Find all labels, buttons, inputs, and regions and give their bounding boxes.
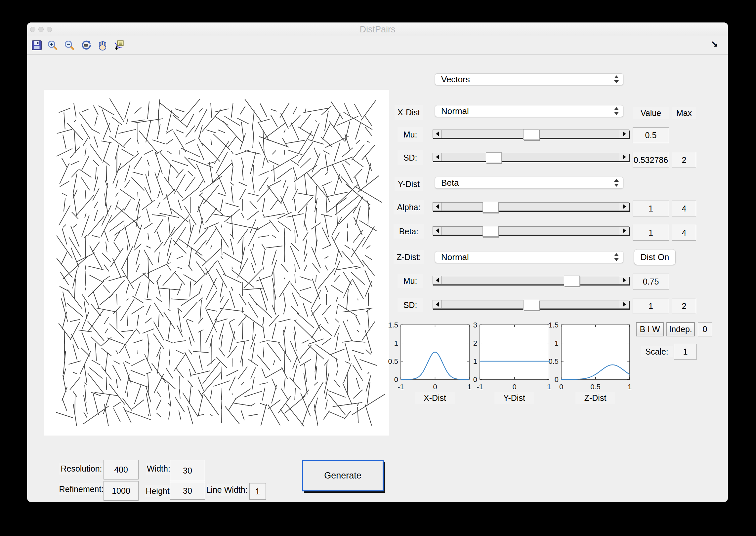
indep-button[interactable]: Indep. — [666, 322, 695, 336]
z-dist-plot-axis-label: Z-Dist — [575, 392, 615, 404]
svg-text:0: 0 — [559, 383, 563, 391]
scale-label: Scale: — [641, 346, 673, 357]
data-cursor-icon[interactable] — [113, 40, 125, 51]
scale-value-field[interactable] — [674, 344, 697, 360]
bw-toggle-button[interactable]: B I W — [636, 322, 664, 336]
y-dist-label: Y-Dist — [395, 177, 423, 191]
x-mu-slider[interactable] — [433, 130, 629, 138]
beta-slider[interactable] — [433, 226, 629, 235]
alpha-slider[interactable] — [433, 202, 629, 211]
line-width-label: Line Width: — [207, 484, 247, 496]
svg-text:3: 3 — [473, 322, 477, 329]
svg-text:-1: -1 — [477, 383, 483, 391]
slider-left-arrow-icon[interactable] — [433, 300, 442, 308]
screen: DistPairs — [0, 0, 756, 536]
svg-text:1.5: 1.5 — [388, 322, 398, 329]
slider-right-arrow-icon[interactable] — [620, 130, 629, 138]
plot-type-dropdown[interactable]: Vectors — [435, 73, 623, 85]
slider-left-arrow-icon[interactable] — [433, 153, 442, 161]
x-dist-plot-axis-label: X-Dist — [415, 392, 455, 404]
y-dist-value: Beta — [441, 178, 459, 188]
indep-value-field[interactable] — [698, 322, 712, 336]
alpha-label: Alpha: — [394, 200, 424, 214]
x-sd-value-field[interactable] — [633, 152, 669, 168]
svg-text:0.5: 0.5 — [388, 357, 398, 365]
slider-right-arrow-icon[interactable] — [620, 227, 629, 235]
slider-left-arrow-icon[interactable] — [433, 276, 442, 284]
beta-label: Beta: — [394, 224, 424, 239]
svg-text:0: 0 — [473, 375, 477, 384]
slider-left-arrow-icon[interactable] — [433, 130, 442, 138]
svg-text:-1: -1 — [398, 383, 404, 391]
x-sd-max-field[interactable] — [672, 152, 696, 168]
z-mu-slider[interactable] — [433, 276, 629, 285]
pan-hand-icon[interactable] — [97, 40, 108, 51]
alpha-slider-thumb[interactable] — [483, 202, 498, 212]
alpha-max-field[interactable] — [672, 201, 696, 216]
svg-text:0: 0 — [555, 375, 559, 384]
height-field[interactable] — [170, 482, 205, 500]
svg-text:0.5: 0.5 — [590, 383, 601, 391]
resolution-field[interactable] — [104, 460, 139, 479]
z-dist-value: Normal — [441, 252, 469, 262]
svg-text:2: 2 — [473, 339, 477, 347]
slider-left-arrow-icon[interactable] — [433, 203, 442, 211]
z-sd-value-field[interactable] — [633, 298, 669, 314]
x-mu-value-field[interactable] — [633, 127, 669, 143]
value-column-header: Value — [633, 107, 669, 119]
z-mu-value-field[interactable] — [633, 274, 669, 289]
z-mu-slider-thumb[interactable] — [564, 276, 580, 286]
svg-text:0.5: 0.5 — [548, 357, 559, 365]
line-width-field[interactable] — [249, 483, 266, 500]
chevron-updown-icon — [614, 178, 619, 187]
z-sd-slider[interactable] — [433, 300, 629, 309]
y-dist-dropdown[interactable]: Beta — [435, 177, 623, 189]
svg-text:1: 1 — [555, 339, 559, 347]
y-dist-plot-axis-label: Y-Dist — [494, 392, 534, 404]
slider-left-arrow-icon[interactable] — [433, 227, 442, 235]
z-mu-label: Mu: — [398, 274, 423, 288]
refinement-field[interactable] — [104, 481, 139, 501]
beta-max-field[interactable] — [672, 225, 696, 241]
svg-text:0: 0 — [512, 383, 516, 391]
x-dist-value: Normal — [441, 106, 469, 116]
x-mu-slider-thumb[interactable] — [523, 129, 539, 140]
z-dist-dropdown[interactable]: Normal — [435, 251, 623, 263]
x-dist-label: X-Dist — [395, 105, 423, 120]
zoom-out-icon[interactable] — [64, 40, 75, 51]
generate-button[interactable]: Generate — [302, 460, 384, 491]
slider-right-arrow-icon[interactable] — [620, 276, 629, 284]
z-dist-label: Z-Dist: — [394, 250, 424, 264]
slider-right-arrow-icon[interactable] — [620, 300, 629, 308]
width-field[interactable] — [170, 460, 205, 481]
height-label: Height: — [145, 485, 172, 497]
rotate-3d-icon[interactable] — [80, 40, 92, 51]
save-icon[interactable] — [31, 40, 42, 51]
x-dist-mini-plot: -10100.511.5 — [386, 322, 476, 395]
app-window: DistPairs — [27, 22, 728, 502]
dist-on-button[interactable]: Dist On — [634, 249, 676, 265]
zoom-in-icon[interactable] — [47, 40, 58, 51]
figure-toolbar: ↘ — [27, 36, 728, 55]
x-dist-dropdown[interactable]: Normal — [435, 105, 623, 117]
svg-text:1: 1 — [473, 357, 477, 365]
beta-value-field[interactable] — [633, 225, 669, 241]
chevron-updown-icon — [614, 253, 619, 261]
refinement-label: Refinement: — [59, 483, 104, 495]
x-sd-slider-thumb[interactable] — [486, 152, 502, 163]
dock-figure-icon[interactable]: ↘ — [710, 39, 718, 50]
vector-field-plot[interactable] — [44, 90, 389, 436]
z-sd-slider-thumb[interactable] — [523, 300, 539, 310]
z-sd-max-field[interactable] — [672, 298, 696, 314]
slider-right-arrow-icon[interactable] — [620, 153, 629, 161]
svg-text:0: 0 — [433, 383, 437, 391]
svg-text:1.5: 1.5 — [548, 322, 559, 329]
x-sd-slider[interactable] — [433, 153, 629, 161]
title-bar: DistPairs — [27, 22, 728, 36]
chevron-updown-icon — [614, 75, 619, 84]
slider-right-arrow-icon[interactable] — [620, 203, 629, 211]
beta-slider-thumb[interactable] — [483, 226, 498, 237]
svg-text:1: 1 — [628, 383, 632, 391]
alpha-value-field[interactable] — [633, 201, 669, 216]
svg-text:0: 0 — [394, 375, 398, 384]
